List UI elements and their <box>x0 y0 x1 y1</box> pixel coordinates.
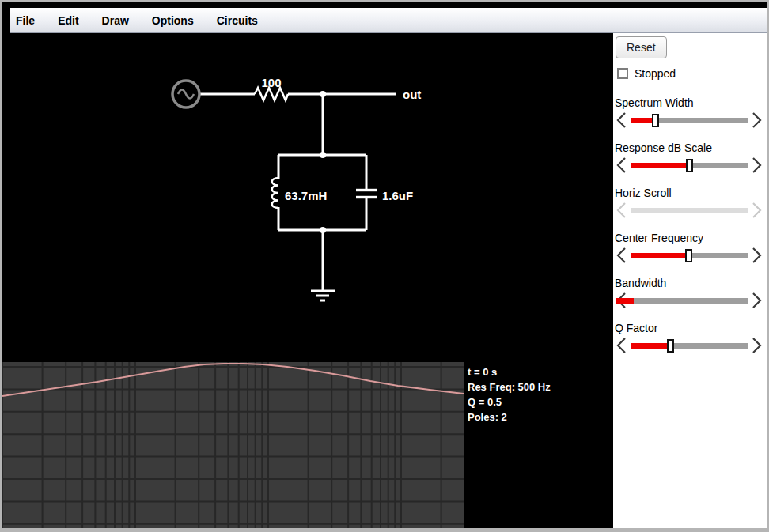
menu-options[interactable]: Options <box>152 14 194 27</box>
slider-right-arrow[interactable] <box>749 291 763 310</box>
q-value: Q = 0.5 <box>468 394 551 409</box>
slider-track-horiz-scroll[interactable] <box>631 208 748 213</box>
sim-info: t = 0 s Res Freq: 500 Hz Q = 0.5 Poles: … <box>468 364 551 424</box>
slider-label-q-factor: Q Factor <box>615 322 767 336</box>
control-sidebar: Reset Stopped Spectrum WidthResponse dB … <box>613 33 767 528</box>
circuit-canvas[interactable]: 100 out 63.7mH 1.6uF t = 0 s Res Freq: 5… <box>2 33 613 528</box>
slider-right-arrow[interactable] <box>749 201 763 220</box>
slider-left-arrow[interactable] <box>615 201 629 220</box>
slider-group-bandwidth: Bandwidth <box>615 277 767 310</box>
slider-group-response-db-scale: Response dB Scale <box>615 141 767 175</box>
app-window: File Edit Draw Options Circuits <box>0 0 769 532</box>
inductor-value-label: 63.7mH <box>285 189 327 202</box>
slider-left-arrow[interactable] <box>615 246 629 265</box>
resistor[interactable] <box>255 88 288 100</box>
slider-track-center-frequency[interactable] <box>631 253 748 258</box>
slider-fill <box>631 163 690 168</box>
slider-left-arrow[interactable] <box>615 336 629 355</box>
menu-edit[interactable]: Edit <box>58 14 78 27</box>
slider-group-spectrum-width: Spectrum Width <box>615 96 767 130</box>
slider-label-spectrum-width: Spectrum Width <box>615 96 767 111</box>
ac-source[interactable] <box>172 81 199 108</box>
resistor-value-label: 100 <box>261 76 281 89</box>
slider-panel: Spectrum WidthResponse dB ScaleHoriz Scr… <box>615 96 767 355</box>
slider-label-bandwidth: Bandwidth <box>615 277 767 291</box>
slider-label-horiz-scroll: Horiz Scroll <box>615 187 767 201</box>
stopped-row: Stopped <box>617 67 767 80</box>
slider-group-center-frequency: Center Frequency <box>615 232 767 265</box>
res-freq: Res Freq: 500 Hz <box>468 379 551 394</box>
slider-right-arrow[interactable] <box>749 246 763 265</box>
slider-thumb[interactable] <box>667 339 674 353</box>
slider-right-arrow[interactable] <box>749 336 763 355</box>
capacitor[interactable] <box>356 191 377 198</box>
menu-circuits[interactable]: Circuits <box>217 14 258 27</box>
poles-value: Poles: 2 <box>468 409 551 424</box>
slider-right-arrow[interactable] <box>749 156 763 175</box>
slider-fill <box>631 298 634 304</box>
slider-track-bandwidth[interactable] <box>631 298 748 304</box>
slider-fill <box>631 253 689 258</box>
sim-time: t = 0 s <box>468 364 551 379</box>
menu-bar: File Edit Draw Options Circuits <box>10 8 767 33</box>
circuit-schematic: 100 out 63.7mH 1.6uF <box>2 33 613 362</box>
menu-strip: File Edit Draw Options Circuits <box>2 2 767 33</box>
slider-left-arrow[interactable] <box>615 111 629 130</box>
slider-track-q-factor[interactable] <box>631 343 748 349</box>
capacitor-value-label: 1.6uF <box>382 189 413 202</box>
inductor[interactable] <box>272 178 278 208</box>
slider-label-center-frequency: Center Frequency <box>615 232 767 246</box>
menu-file[interactable]: File <box>16 14 35 27</box>
out-node-label: out <box>403 88 421 101</box>
slider-track-spectrum-width[interactable] <box>631 118 748 123</box>
stopped-label: Stopped <box>635 67 676 80</box>
slider-track-response-db-scale[interactable] <box>631 163 748 168</box>
slider-group-horiz-scroll: Horiz Scroll <box>615 187 767 220</box>
stopped-checkbox[interactable] <box>617 68 628 79</box>
reset-button[interactable]: Reset <box>616 36 667 58</box>
slider-label-response-db-scale: Response dB Scale <box>615 141 767 156</box>
slider-right-arrow[interactable] <box>749 111 763 130</box>
slider-group-q-factor: Q Factor <box>615 322 767 355</box>
ground[interactable] <box>311 291 335 300</box>
slider-fill <box>631 343 671 349</box>
slider-left-arrow[interactable] <box>615 156 629 175</box>
menu-draw[interactable]: Draw <box>102 14 129 27</box>
slider-thumb[interactable] <box>685 249 692 262</box>
spectrum-plot[interactable] <box>2 362 464 528</box>
slider-thumb[interactable] <box>652 114 659 127</box>
slider-thumb[interactable] <box>686 159 693 172</box>
